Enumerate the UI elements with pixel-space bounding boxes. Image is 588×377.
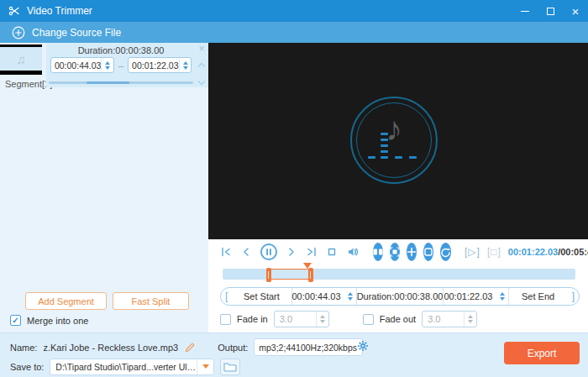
fade-out-input[interactable]: 3.0 [422, 311, 477, 327]
merge-into-one-checkbox[interactable]: ✓ [10, 315, 21, 326]
end-time-spinner[interactable] [179, 58, 192, 72]
fade-out-spinner[interactable] [464, 312, 476, 327]
fast-split-button[interactable]: Fast Split [113, 292, 189, 310]
maximize-icon [547, 8, 554, 15]
skip-to-end-icon[interactable] [305, 245, 318, 259]
next-frame-icon[interactable] [285, 245, 298, 259]
previous-frame-icon[interactable] [239, 245, 253, 259]
segment-close-icon[interactable]: × [198, 44, 205, 54]
trim-duration-label: Duration:00:00:38.00 [357, 288, 444, 305]
music-note-thumb-icon: ♫ [0, 47, 42, 71]
name-label: Name: [10, 343, 37, 353]
timeline-selection[interactable] [269, 269, 311, 280]
video-preview: ♪ [208, 43, 588, 239]
minimize-button[interactable] [512, 0, 538, 22]
window-title: Video Trimmer [27, 5, 92, 17]
segment-thumbnail[interactable]: ♫ [0, 45, 42, 75]
total-time: 00:05:49.03 [560, 247, 588, 257]
toolbar: Change Source File [0, 22, 588, 43]
segment-card: Duration:00:00:38.00 00:00:44.03 – 00:01… [46, 43, 208, 87]
change-source-file-button[interactable]: Change Source File [32, 27, 121, 39]
trim-start-spinner[interactable] [344, 288, 356, 305]
stop-segment-button[interactable]: [□] [487, 246, 501, 258]
segment-range-bar[interactable] [49, 81, 193, 84]
stop-icon[interactable] [325, 245, 339, 259]
reset-button[interactable] [440, 243, 451, 261]
trim-end-spinner[interactable] [496, 288, 508, 305]
playhead-marker[interactable] [303, 263, 312, 269]
video-trimmer-window: Video Trimmer × Change Source File ♫ Seg… [0, 0, 588, 377]
segment-move-down-icon[interactable] [197, 74, 207, 89]
close-icon: × [572, 5, 580, 18]
fade-out-checkbox[interactable] [363, 314, 374, 325]
playback-controls: [▷] [□] 00:01:22.03/00:05:49.03 [ Set St… [208, 239, 588, 332]
time-display: 00:01:22.03/00:05:49.03 [508, 247, 588, 257]
segment-end-time-input[interactable]: 00:01:22.03 [128, 57, 192, 73]
timeline-track[interactable] [223, 269, 575, 280]
maximize-button[interactable] [538, 0, 563, 22]
add-segment-button[interactable]: Add Segment [25, 292, 107, 310]
fade-in-input[interactable]: 3.0 [274, 311, 329, 327]
segment-label: Segment[1] [5, 79, 52, 89]
set-end-button[interactable]: Set End [509, 288, 568, 305]
save-path-dropdown[interactable]: D:\Tipard Studio\Tipard...verter Ultimat… [50, 359, 214, 375]
output-format-field[interactable]: mp3;2;44100Hz;320kbps [254, 338, 363, 356]
current-time: 00:01:22.03 [508, 247, 558, 257]
trim-start-input[interactable]: 00:00:44.03 [291, 288, 357, 305]
right-bracket: ] [568, 288, 579, 305]
left-bracket: [ [221, 288, 232, 305]
output-label: Output: [218, 343, 248, 353]
minimize-icon [521, 11, 529, 12]
output-bar: Name: z.Kari Jobe - Reckless Love.mp3 Ou… [0, 332, 588, 377]
fade-in-checkbox[interactable] [220, 314, 231, 325]
output-settings-gear-icon[interactable] [357, 340, 369, 355]
merge-into-one-label: Merge into one [27, 316, 88, 326]
trim-end-input[interactable]: 00:01:22.03 [443, 288, 508, 305]
dropdown-arrow-icon[interactable] [197, 359, 213, 374]
copy-segment-button[interactable] [423, 243, 433, 261]
fade-in-spinner[interactable] [316, 312, 328, 327]
close-button[interactable]: × [563, 0, 588, 22]
play-segment-button[interactable]: [▷] [465, 246, 480, 258]
range-separator: – [118, 60, 123, 71]
titlebar: Video Trimmer × [0, 0, 588, 22]
split-segment-button[interactable] [373, 243, 383, 261]
fade-in-label: Fade in [237, 314, 268, 324]
plus-circle-icon [12, 26, 25, 39]
file-name-value: z.Kari Jobe - Reckless Love.mp3 [43, 343, 178, 353]
fade-controls: Fade in 3.0 Fade out 3.0 [220, 311, 477, 327]
skip-to-start-icon[interactable] [219, 245, 233, 259]
selection-end-handle[interactable] [308, 268, 313, 282]
fade-out-label: Fade out [380, 314, 416, 324]
pause-button[interactable] [260, 243, 278, 261]
set-start-button[interactable]: Set Start [232, 288, 291, 305]
scissors-icon [8, 5, 20, 17]
segment-duration-label: Duration:00:00:38.00 [46, 43, 196, 55]
add-segment-icon-button[interactable] [407, 243, 417, 261]
browse-folder-button[interactable] [220, 359, 240, 375]
segment-panel: ♫ Segment[1] Duration:00:00:38.00 00:00:… [0, 43, 208, 332]
snapshot-button[interactable] [390, 243, 400, 261]
save-to-label: Save to: [10, 362, 44, 372]
audio-circle-inner: ♪ [356, 102, 432, 178]
trim-settings-bar: [ Set Start 00:00:44.03 Duration:00:00:3… [220, 287, 580, 306]
rename-pencil-icon[interactable] [184, 342, 196, 353]
segment-start-time-input[interactable]: 00:00:44.03 [50, 57, 114, 73]
export-button[interactable]: Export [504, 342, 580, 364]
audio-circle-outer: ♪ [350, 97, 438, 184]
save-path-value: D:\Tipard Studio\Tipard...verter Ultimat… [50, 362, 197, 372]
segment-move-up-icon[interactable] [197, 56, 207, 71]
selection-start-handle[interactable] [266, 268, 271, 282]
start-time-spinner[interactable] [101, 58, 113, 72]
volume-icon[interactable] [345, 245, 360, 259]
equalizer-bars-icon [368, 132, 420, 164]
